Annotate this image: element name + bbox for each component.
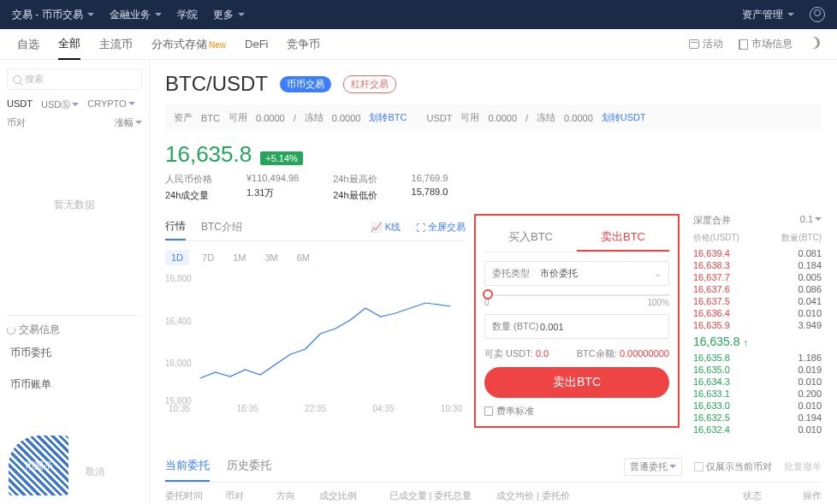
sell-tab[interactable]: 卖出BTC xyxy=(577,224,669,252)
sidebar: 搜索 USDT USDⓈ CRYPTO 币对 涨幅 暂无数据 交易信息 币币委托… xyxy=(0,60,150,504)
cancel-all-button[interactable]: 批量撤单 xyxy=(784,460,822,473)
chart-tab-info[interactable]: BTC介绍 xyxy=(201,215,242,240)
bid-row[interactable]: 16,634.30.010 xyxy=(693,376,822,388)
depth-label: 深度合并 xyxy=(693,214,731,227)
book-icon xyxy=(739,39,748,50)
quote-tab-usdt[interactable]: USDT xyxy=(7,98,33,111)
last-price: 16,635.8 xyxy=(165,141,252,168)
col-pair: 币对 xyxy=(7,116,26,129)
price-chart: 16,800 16,400 16,000 15,600 xyxy=(165,274,466,402)
sub-nav: 自选 全部 主流币 分布式存储New DeFi 竞争币 活动 市场信息 xyxy=(0,29,837,60)
bid-row[interactable]: 16,633.00.010 xyxy=(693,400,822,412)
assets-bar: 资产 BTC 可用0.0000/ 冻结0.0000 划转BTC USDT 可用0… xyxy=(165,104,822,131)
ask-row[interactable]: 16,635.93.949 xyxy=(693,319,822,331)
cny-price: ¥110,494.98 xyxy=(246,173,299,183)
fee-link[interactable]: 费率标准 xyxy=(484,405,669,418)
tab-major[interactable]: 主流币 xyxy=(99,30,133,59)
new-badge: New xyxy=(209,40,226,50)
amount-input[interactable]: 数量 (BTC) 0.001 xyxy=(484,314,669,339)
orderbook: 深度合并 0.1 价格(USDT) 数量(BTC) 16,639.40.0811… xyxy=(693,214,822,436)
market-info-link[interactable]: 市场信息 xyxy=(739,37,792,51)
order-type-select[interactable]: 委托类型 市价委托 ⌄ xyxy=(484,261,669,286)
volume-24h: 1.31万 xyxy=(246,187,299,199)
sidebar-empty: 暂无数据 xyxy=(7,129,142,281)
bid-row[interactable]: 16,635.00.019 xyxy=(693,364,822,376)
orders-columns: 委托时间 币对 方向 成交比例 已成交量 | 委托总量 成交均价 | 委托价 状… xyxy=(165,483,822,504)
bid-row[interactable]: 16,635.81.186 xyxy=(693,352,822,364)
tf-3m[interactable]: 3M xyxy=(258,250,283,265)
depth-select[interactable]: 0.1 xyxy=(800,214,822,227)
tab-defi[interactable]: DeFi xyxy=(245,31,268,57)
ask-row[interactable]: 16,637.50.041 xyxy=(693,295,822,307)
transfer-usdt-link[interactable]: 划转USDT xyxy=(602,111,646,124)
ask-row[interactable]: 16,638.30.184 xyxy=(693,259,822,271)
ask-row[interactable]: 16,637.70.005 xyxy=(693,271,822,283)
quote-tab-crypto[interactable]: CRYPTO xyxy=(87,98,134,111)
sidebar-link-ledger[interactable]: 币币账单 xyxy=(7,369,142,400)
fullscreen-button[interactable]: ⛶全屏交易 xyxy=(416,221,466,234)
bid-row[interactable]: 16,632.40.010 xyxy=(693,424,822,436)
nav-finance[interactable]: 金融业务 xyxy=(110,8,162,22)
kline-button[interactable]: 📈K线 xyxy=(371,221,401,234)
overlay-cancel[interactable]: 取消 xyxy=(86,465,104,478)
amount-slider[interactable] xyxy=(484,294,669,296)
calendar-icon xyxy=(689,39,699,49)
tab-alts[interactable]: 竞争币 xyxy=(287,30,320,59)
buy-tab[interactable]: 买入BTC xyxy=(484,224,577,252)
high-24h: 16,769.9 xyxy=(412,173,448,183)
margin-pill[interactable]: 杠杆交易 xyxy=(343,75,396,93)
pair-symbol: BTC/USDT xyxy=(165,72,268,96)
ask-row[interactable]: 16,637.60.086 xyxy=(693,283,822,295)
trade-info-header: 交易信息 xyxy=(7,323,142,337)
top-nav: 交易 - 币币交易 金融业务 学院 更多 资产管理 xyxy=(0,0,837,29)
tab-favorites[interactable]: 自选 xyxy=(17,30,39,59)
theme-toggle-icon[interactable] xyxy=(808,37,820,49)
quote-tab-usds[interactable]: USDⓈ xyxy=(41,98,79,111)
bid-row[interactable]: 16,633.10.200 xyxy=(693,388,822,400)
search-icon xyxy=(13,75,21,84)
search-placeholder: 搜索 xyxy=(25,73,44,86)
tf-1m[interactable]: 1M xyxy=(227,250,252,265)
tab-all[interactable]: 全部 xyxy=(58,29,80,60)
sidebar-link-orders[interactable]: 币币委托 xyxy=(7,337,142,369)
bid-row[interactable]: 16,632.50.194 xyxy=(693,412,822,424)
trade-panel: 买入BTC 卖出BTC 委托类型 市价委托 ⌄ 0100% 数量 (BTC) 0… xyxy=(474,214,680,428)
orderbook-mid-price: 16,635.8 ↑ xyxy=(693,331,822,352)
only-pair-checkbox[interactable]: 仅展示当前币对 xyxy=(694,460,772,473)
tab-storage[interactable]: 分布式存储New xyxy=(151,30,226,59)
nav-academy[interactable]: 学院 xyxy=(177,8,198,22)
transfer-btc-link[interactable]: 划转BTC xyxy=(369,111,407,124)
change-pct: +5.14% xyxy=(260,151,303,165)
tf-6m[interactable]: 6M xyxy=(291,250,316,265)
chart-tab-quote[interactable]: 行情 xyxy=(165,214,186,240)
col-change[interactable]: 涨幅 xyxy=(115,116,142,129)
refresh-icon xyxy=(7,326,15,335)
nav-more[interactable]: 更多 xyxy=(213,8,245,22)
tf-1d[interactable]: 1D xyxy=(165,250,189,265)
low-24h: 15,789.0 xyxy=(412,187,448,197)
sell-button[interactable]: 卖出BTC xyxy=(484,367,669,398)
nav-trade[interactable]: 交易 - 币币交易 xyxy=(12,8,94,22)
user-icon[interactable] xyxy=(810,7,825,22)
nav-assets[interactable]: 资产管理 xyxy=(742,8,794,22)
qr-overlay: 币圈子 xyxy=(9,436,68,495)
ask-row[interactable]: 16,639.40.081 xyxy=(693,247,822,259)
document-icon xyxy=(484,406,493,416)
orders-tab-history[interactable]: 历史委托 xyxy=(227,451,271,482)
orders-tab-open[interactable]: 当前委托 xyxy=(165,451,210,482)
order-filter-select[interactable]: 普通委托 xyxy=(624,458,682,476)
ask-row[interactable]: 16,636.40.010 xyxy=(693,307,822,319)
search-input[interactable]: 搜索 xyxy=(7,68,142,90)
spot-pill[interactable]: 币币交易 xyxy=(280,76,331,92)
activity-link[interactable]: 活动 xyxy=(689,37,723,51)
tf-7d[interactable]: 7D xyxy=(196,250,220,265)
